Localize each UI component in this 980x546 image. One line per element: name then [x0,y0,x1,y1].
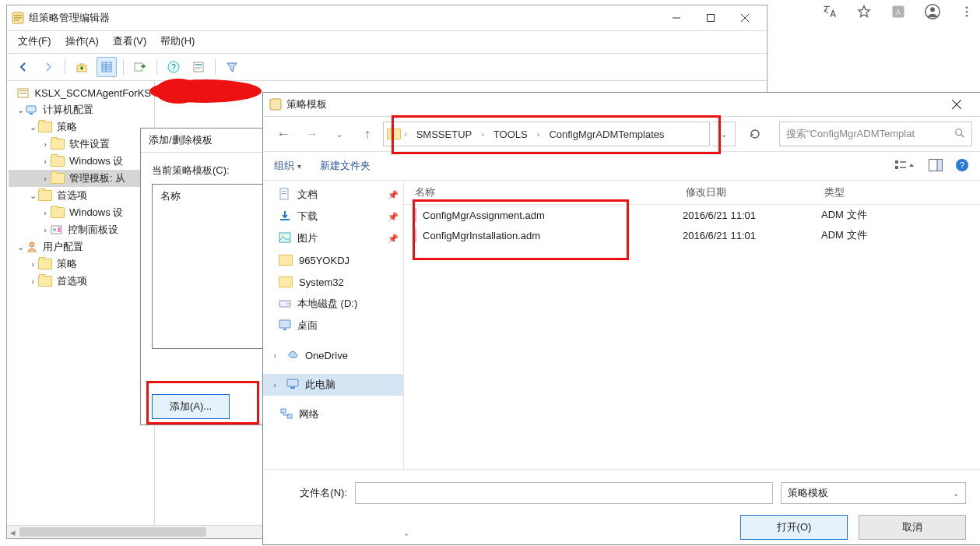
details-view-icon[interactable] [97,57,117,77]
expand-icon[interactable]: › [40,208,51,217]
back-icon[interactable] [13,57,33,77]
svg-point-6 [966,15,968,17]
account-icon[interactable] [924,3,941,20]
svg-rect-19 [195,67,202,68]
star-icon[interactable] [855,3,873,20]
tree-computer-config[interactable]: 计算机配置 [41,103,95,117]
chevron-right-icon[interactable]: › [537,129,540,139]
chevron-right-icon[interactable]: › [481,129,484,139]
svg-rect-8 [14,15,22,16]
file-list[interactable]: 名称 修改日期 类型 大小 ConfigMgrAssignment.adm 20… [404,181,980,469]
filter-icon[interactable] [222,57,242,77]
scrollbar-thumb[interactable] [19,527,206,537]
expand-icon[interactable]: › [27,277,38,286]
collapse-icon[interactable]: ⌄ [15,242,26,252]
breadcrumb-smssetup[interactable]: SMSSETUP [410,125,479,143]
side-local-disk-d[interactable]: 本地磁盘 (D:) [297,297,357,311]
properties-icon[interactable] [188,57,209,77]
search-input[interactable]: 搜索"ConfigMgrADMTemplat [779,122,972,146]
tree-windows-settings-2[interactable]: Windows 设 [68,206,125,220]
nav-up-icon[interactable]: ↑ [355,122,380,146]
cancel-button[interactable]: 取消 [859,515,966,540]
tree-root[interactable]: KSLX_SCCMAgentForKS [33,87,153,99]
filename-input[interactable] [355,482,773,504]
pin-icon[interactable]: 📌 [388,190,399,200]
side-folder-965yokdj[interactable]: 965YOKDJ [299,255,349,266]
expand-icon[interactable]: › [40,225,51,234]
expand-icon[interactable]: › [40,157,51,166]
expand-icon[interactable]: › [269,380,280,389]
tree-admin-templates[interactable]: 管理模板: 从 [68,171,127,185]
breadcrumb-tools[interactable]: TOOLS [487,125,534,143]
tree-control-panel[interactable]: 控制面板设 [66,223,120,237]
breadcrumb-configmgradmtemplates[interactable]: ConfigMgrADMTemplates [543,125,670,143]
side-network[interactable]: 网络 [299,407,319,421]
side-documents[interactable]: 文档 [297,188,318,202]
refresh-icon[interactable] [743,122,767,146]
collapse-icon[interactable]: ⌄ [27,191,38,201]
col-date[interactable]: 修改日期 [675,185,813,199]
close-button[interactable] [728,6,762,30]
tree-policy-2[interactable]: 策略 [55,257,79,271]
translate-icon[interactable] [821,3,838,20]
nav-recent-icon[interactable]: ⌄ [327,122,352,146]
file-row[interactable]: ConfigMgrInstallation.adm 2016/6/21 11:0… [404,225,980,245]
organize-menu[interactable]: 组织 ▾ [274,159,301,173]
tree-policy[interactable]: 策略 [55,120,79,134]
help-icon[interactable]: ? [163,57,184,77]
dialog-app-icon [269,98,282,111]
side-this-pc[interactable]: 此电脑 [305,378,335,392]
help-icon[interactable]: ? [955,158,969,174]
col-name[interactable]: 名称 [404,185,675,199]
up-level-icon[interactable] [72,57,92,77]
tree-software-settings[interactable]: 软件设置 [68,137,111,151]
col-size[interactable]: 大小 [952,185,980,199]
pin-icon[interactable]: 📌 [388,212,399,222]
menu-action[interactable]: 操作(A) [65,34,99,48]
new-folder-button[interactable]: 新建文件夹 [320,159,371,173]
pdf-icon[interactable]: 人 [890,3,907,20]
side-system32[interactable]: System32 [299,277,344,288]
menu-help[interactable]: 帮助(H) [160,34,195,48]
collapse-icon[interactable]: ⌄ [27,122,38,132]
column-headers[interactable]: 名称 修改日期 类型 大小 [404,181,980,205]
dialog-close-button[interactable] [940,93,974,115]
filetype-dropdown[interactable]: 策略模板 ⌄ [781,482,966,504]
tree-preferences[interactable]: 首选项 [55,188,89,203]
export-icon[interactable] [130,57,150,77]
side-desktop[interactable]: 桌面 [297,319,318,333]
svg-rect-44 [279,233,290,242]
open-button[interactable]: 打开(O) [740,515,848,540]
collapse-icon[interactable]: ⌄ [15,105,26,115]
tree-preferences-2[interactable]: 首选项 [55,274,89,288]
file-row[interactable]: ConfigMgrAssignment.adm 2016/6/21 11:01 … [404,205,980,225]
expand-icon[interactable]: › [269,350,280,360]
minimize-button[interactable] [659,6,694,30]
add-button[interactable]: 添加(A)... [152,394,230,419]
menu-dots-icon[interactable] [958,3,975,20]
side-pictures[interactable]: 图片 [297,231,318,245]
breadcrumb-bar[interactable]: › SMSSETUP › TOOLS › ConfigMgrADMTemplat… [383,122,710,146]
maximize-button[interactable] [694,6,728,30]
preview-pane-icon[interactable] [929,159,943,174]
menu-view[interactable]: 查看(V) [113,34,146,48]
splitter-chevron-icon[interactable]: ⌄ [403,529,409,537]
side-downloads[interactable]: 下载 [297,210,318,224]
forward-icon [38,57,58,77]
view-options-icon[interactable] [894,159,916,174]
menu-file[interactable]: 文件(F) [18,34,51,48]
pin-icon[interactable]: 📌 [388,234,399,244]
side-onedrive[interactable]: OneDrive [305,350,348,361]
tree-user-config[interactable]: 用户配置 [41,240,85,254]
navigation-pane[interactable]: 文档📌 下载📌 图片📌 965YOKDJ System32 本地磁盘 (D:) … [263,181,404,469]
tree-windows-settings[interactable]: Windows 设 [68,154,125,168]
expand-icon[interactable]: › [40,174,51,183]
col-type[interactable]: 类型 [813,185,952,199]
breadcrumb-dropdown-icon[interactable]: ⌄ [713,122,736,146]
nav-back-icon[interactable]: ← [271,122,296,146]
expand-icon[interactable]: › [27,259,38,269]
expand-icon[interactable]: › [40,139,51,149]
gpmc-tree[interactable]: KSLX_SCCMAgentForKS ⌄计算机配置 ⌄策略 ›软件设置 ›Wi… [7,81,155,536]
file-open-dialog: 策略模板 ← → ⌄ ↑ › SMSSETUP › TOOLS › Config… [262,92,980,545]
chevron-right-icon[interactable]: › [404,129,407,139]
